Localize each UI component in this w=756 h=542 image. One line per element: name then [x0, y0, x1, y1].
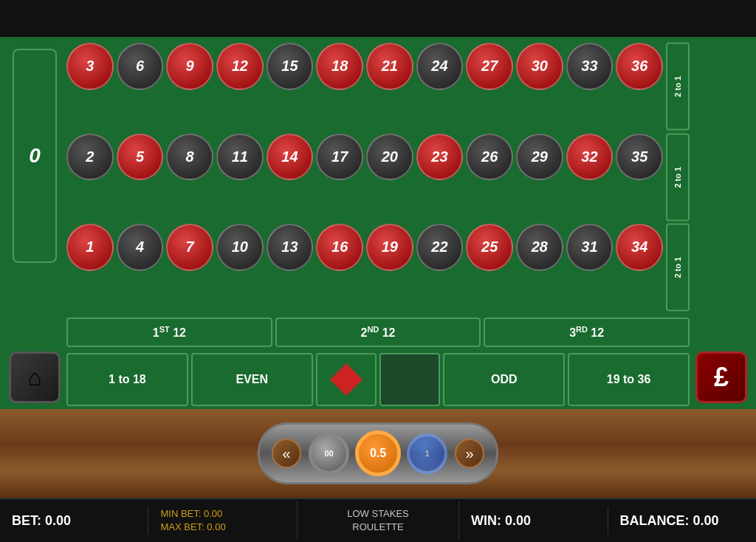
num-cell-14[interactable]: 14 — [267, 134, 314, 181]
two-to-one-row2[interactable]: 2 to 1 — [666, 134, 690, 222]
win-label: WIN: 0.00 — [471, 513, 595, 529]
num-cell-21[interactable]: 21 — [366, 43, 413, 90]
num-cell-6[interactable]: 6 — [117, 43, 164, 90]
num-cell-11[interactable]: 11 — [216, 134, 264, 181]
num-cell-35[interactable]: 35 — [616, 134, 663, 181]
bet-black-diamond[interactable] — [379, 353, 440, 406]
num-cell-10[interactable]: 10 — [216, 224, 264, 271]
num-cell-33[interactable]: 33 — [566, 43, 614, 90]
num-cell-19[interactable]: 19 — [366, 224, 413, 271]
game-title-segment: LOW STAKESROULETTE — [298, 501, 459, 540]
wood-panel: « 00 0.5 1 » — [0, 409, 756, 498]
num-cell-12[interactable]: 12 — [216, 43, 264, 90]
minmax-segment: MIN BET: 0.00 MAX BET: 0.00 — [148, 501, 297, 540]
chip-active[interactable]: 0.5 — [355, 430, 401, 476]
black-diamond-icon — [394, 347, 426, 380]
max-bet-label: MAX BET: 0.00 — [160, 521, 284, 534]
right-arrow-icon: » — [465, 445, 473, 462]
num-cell-34[interactable]: 34 — [616, 224, 663, 271]
bet-segment: BET: 0.00 — [0, 507, 148, 535]
bet-odd[interactable]: ODD — [443, 353, 565, 406]
bet-19to36[interactable]: 19 to 36 — [568, 353, 690, 406]
bet-red-diamond[interactable] — [316, 353, 377, 406]
left-sidebar: 0 ⌂ — [6, 43, 63, 409]
num-cell-1[interactable]: 1 — [66, 224, 114, 271]
num-cell-7[interactable]: 7 — [166, 224, 213, 271]
min-bet-label: MIN BET: 0.00 — [160, 507, 284, 521]
num-cell-13[interactable]: 13 — [267, 224, 314, 271]
num-cell-3[interactable]: 3 — [66, 43, 114, 90]
chip-prev-button[interactable]: « — [272, 439, 301, 468]
num-cell-9[interactable]: 9 — [166, 43, 213, 90]
main-table: 3691215182124273033362581114172023262932… — [66, 43, 690, 409]
table-inner: 0 ⌂ 369121518212427303336258111417202326… — [6, 43, 750, 409]
bet-even[interactable]: EVEN — [191, 353, 313, 406]
bets-row: 1 to 18 EVEN ODD 19 to 36 — [66, 353, 690, 406]
dozen-third[interactable]: 3RD 12 — [484, 318, 690, 347]
home-button[interactable]: ⌂ — [9, 351, 61, 403]
num-cell-8[interactable]: 8 — [166, 134, 213, 181]
num-cell-15[interactable]: 15 — [267, 43, 314, 90]
top-bar — [0, 0, 756, 37]
win-segment: WIN: 0.00 — [459, 507, 608, 535]
dozens-row: 1ST 12 2ND 12 3RD 12 — [66, 318, 690, 347]
chip-next-button[interactable]: » — [455, 439, 484, 468]
num-cell-30[interactable]: 30 — [516, 43, 563, 90]
game-area: 0 ⌂ 369121518212427303336258111417202326… — [0, 37, 756, 542]
num-cell-25[interactable]: 25 — [466, 224, 513, 271]
dozen-first[interactable]: 1ST 12 — [66, 318, 272, 347]
num-cell-31[interactable]: 31 — [566, 224, 614, 271]
num-cell-32[interactable]: 32 — [566, 134, 614, 181]
dozen-second[interactable]: 2ND 12 — [275, 318, 481, 347]
num-cell-18[interactable]: 18 — [316, 43, 363, 90]
home-icon: ⌂ — [27, 364, 41, 391]
num-cell-20[interactable]: 20 — [366, 134, 413, 181]
currency-icon: £ — [714, 362, 729, 393]
info-bar: BET: 0.00 MIN BET: 0.00 MAX BET: 0.00 LO… — [0, 498, 756, 542]
currency-button[interactable]: £ — [695, 351, 747, 403]
num-cell-27[interactable]: 27 — [466, 43, 513, 90]
num-cell-24[interactable]: 24 — [416, 43, 464, 90]
two-to-one-row1[interactable]: 2 to 1 — [666, 43, 690, 131]
left-arrow-icon: « — [282, 445, 290, 462]
num-cell-29[interactable]: 29 — [516, 134, 563, 181]
red-diamond-icon — [330, 347, 362, 380]
two-to-one-row3[interactable]: 2 to 1 — [666, 224, 690, 312]
bet-label: BET: 0.00 — [12, 513, 136, 529]
chip-display: 00 0.5 1 — [309, 430, 447, 476]
num-cell-16[interactable]: 16 — [316, 224, 363, 271]
numbers-grid: 3691215182124273033362581114172023262932… — [66, 43, 663, 312]
chip-grey[interactable]: 00 — [309, 433, 349, 474]
num-cell-28[interactable]: 28 — [516, 224, 563, 271]
num-cell-2[interactable]: 2 — [66, 134, 114, 181]
chip-blue[interactable]: 1 — [407, 433, 447, 474]
num-cell-17[interactable]: 17 — [316, 134, 363, 181]
balance-segment: BALANCE: 0.00 — [608, 507, 756, 535]
chip-selector: « 00 0.5 1 » — [258, 422, 498, 484]
num-cell-22[interactable]: 22 — [416, 224, 464, 271]
num-cell-5[interactable]: 5 — [117, 134, 164, 181]
game-title: LOW STAKESROULETTE — [303, 507, 453, 534]
grid-and-2to1: 3691215182124273033362581114172023262932… — [66, 43, 690, 312]
num-cell-23[interactable]: 23 — [416, 134, 464, 181]
num-cell-4[interactable]: 4 — [117, 224, 164, 271]
balance-label: BALANCE: 0.00 — [620, 513, 744, 529]
zero-cell[interactable]: 0 — [13, 49, 57, 263]
two-to-one-col: 2 to 1 2 to 1 2 to 1 — [666, 43, 690, 312]
num-cell-26[interactable]: 26 — [466, 134, 513, 181]
num-cell-36[interactable]: 36 — [616, 43, 663, 90]
table-container: 0 ⌂ 369121518212427303336258111417202326… — [0, 37, 756, 409]
bet-1to18[interactable]: 1 to 18 — [66, 353, 188, 406]
